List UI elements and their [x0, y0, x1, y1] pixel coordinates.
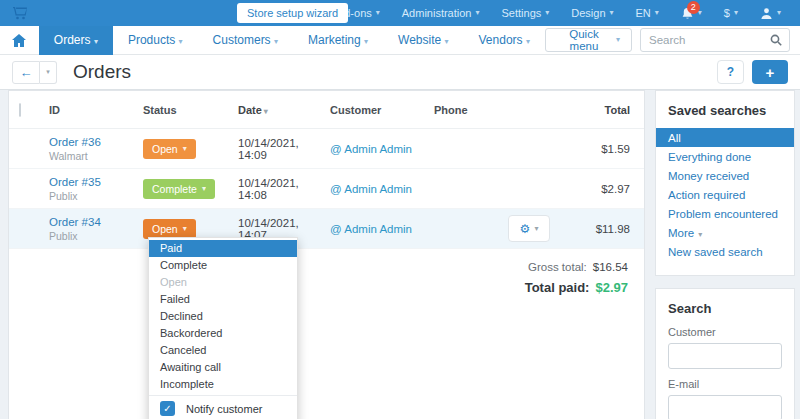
tab-products-label: Products — [128, 33, 175, 47]
topbar-menu: Add-ons▾ Administration▾ Settings▾ Desig… — [320, 0, 800, 26]
chevron-down-icon: ▾ — [364, 37, 368, 46]
menu-language-label: EN — [636, 7, 651, 19]
status-option-awaiting-call[interactable]: Awaiting call — [149, 359, 297, 376]
column-date[interactable]: Date▾ — [238, 104, 330, 116]
tab-vendors-label: Vendors — [479, 33, 523, 47]
notify-customer-checkbox[interactable]: ✓ — [160, 401, 175, 416]
tab-customers[interactable]: Customers ▾ — [198, 26, 293, 55]
menu-settings-label: Settings — [502, 7, 542, 19]
search-panel-title: Search — [668, 301, 782, 316]
menu-administration-label: Administration — [402, 7, 472, 19]
notify-customer-row: ✓ Notify customer — [149, 395, 297, 419]
search-panel: Search Customer E-mail Phone — [655, 288, 795, 419]
chevron-down-icon: ▾ — [526, 37, 530, 46]
chevron-down-icon: ▾ — [94, 37, 98, 46]
status-badge[interactable]: Open▾ — [143, 219, 196, 239]
chevron-down-icon: ▾ — [46, 68, 50, 75]
home-button[interactable] — [0, 26, 39, 55]
column-phone: Phone — [434, 104, 564, 116]
sort-caret-icon: ▾ — [264, 107, 268, 116]
row-actions-button[interactable]: ⚙▾ — [508, 215, 550, 242]
saved-searches-panel: Saved searches All Everything done Money… — [655, 90, 795, 276]
saved-search-more[interactable]: More▾ — [668, 223, 782, 242]
order-link[interactable]: Order #35 — [49, 176, 143, 188]
saved-search-money-received[interactable]: Money received — [668, 166, 782, 185]
chevron-down-icon: ▾ — [376, 9, 380, 17]
notifications-menu[interactable]: 2 ▾ — [670, 7, 713, 20]
order-total: $1.59 — [564, 143, 644, 155]
help-button[interactable]: ? — [717, 60, 744, 84]
order-link[interactable]: Order #34 — [49, 216, 143, 228]
saved-search-everything-done[interactable]: Everything done — [668, 147, 782, 166]
tab-marketing[interactable]: Marketing ▾ — [293, 26, 383, 55]
search-input[interactable] — [641, 34, 763, 46]
column-customer: Customer — [330, 104, 434, 116]
chevron-down-icon: ▾ — [534, 225, 538, 233]
chevron-down-icon: ▾ — [183, 225, 187, 233]
email-field-label: E-mail — [668, 378, 782, 390]
store-setup-wizard-button[interactable]: Store setup wizard — [237, 3, 348, 23]
customer-field[interactable] — [668, 343, 782, 369]
page-header-actions: ? + — [717, 60, 788, 84]
menu-settings[interactable]: Settings▾ — [491, 0, 561, 26]
menu-administration[interactable]: Administration▾ — [391, 0, 491, 26]
add-order-button[interactable]: + — [752, 60, 788, 84]
status-option-canceled[interactable]: Canceled — [149, 342, 297, 359]
status-badge[interactable]: Complete▾ — [143, 179, 215, 199]
status-option-paid[interactable]: Paid — [149, 240, 297, 257]
customer-link[interactable]: @ Admin Admin — [330, 183, 412, 195]
saved-search-all[interactable]: All — [656, 128, 794, 147]
status-option-complete[interactable]: Complete — [149, 257, 297, 274]
back-button[interactable]: ← — [12, 61, 40, 84]
tab-vendors[interactable]: Vendors ▾ — [464, 26, 545, 55]
tab-website[interactable]: Website ▾ — [383, 26, 464, 55]
customer-link[interactable]: @ Admin Admin — [330, 223, 412, 235]
plus-icon: + — [766, 64, 775, 81]
saved-search-problem-encountered[interactable]: Problem encountered — [668, 204, 782, 223]
topbar: Store setup wizard Add-ons▾ Administrati… — [0, 0, 800, 26]
email-field[interactable] — [668, 395, 782, 419]
table-row: Order #34 Publix Open▾ 10/14/2021, 14:07… — [9, 209, 644, 249]
status-option-declined[interactable]: Declined — [149, 308, 297, 325]
status-option-failed[interactable]: Failed — [149, 291, 297, 308]
status-badge[interactable]: Open▾ — [143, 139, 196, 159]
tab-customers-label: Customers — [213, 33, 271, 47]
status-option-incomplete[interactable]: Incomplete — [149, 376, 297, 393]
status-options: Paid Complete Open Failed Declined Backo… — [149, 238, 297, 395]
order-link[interactable]: Order #36 — [49, 136, 143, 148]
notify-customer-label: Notify customer — [186, 403, 262, 415]
menu-language[interactable]: EN▾ — [625, 0, 670, 26]
tab-orders[interactable]: Orders ▾ — [39, 26, 113, 55]
chevron-down-icon: ▾ — [655, 9, 659, 17]
menu-design[interactable]: Design▾ — [560, 0, 624, 26]
chevron-down-icon: ▾ — [274, 37, 278, 46]
sidebar: Saved searches All Everything done Money… — [655, 90, 795, 419]
customer-link[interactable]: @ Admin Admin — [330, 143, 412, 155]
notification-badge: 2 — [687, 1, 700, 14]
chevron-down-icon: ▾ — [698, 230, 702, 239]
cart-icon[interactable] — [12, 5, 28, 21]
vendor-name: Publix — [49, 230, 143, 242]
user-menu[interactable]: ▾ — [749, 0, 792, 26]
select-all-checkbox[interactable] — [19, 103, 21, 117]
home-icon — [12, 34, 26, 47]
new-saved-search[interactable]: New saved search — [668, 242, 782, 261]
tab-products[interactable]: Products ▾ — [113, 26, 198, 55]
status-dropdown: Paid Complete Open Failed Declined Backo… — [148, 237, 298, 419]
quick-menu-label: Quick menu — [557, 28, 611, 52]
saved-search-action-required[interactable]: Action required — [668, 185, 782, 204]
gross-total-value: $16.54 — [593, 261, 628, 273]
quick-menu-button[interactable]: Quick menu▾ — [545, 28, 632, 52]
currency-label: $ — [724, 7, 730, 19]
search-submit-button[interactable] — [763, 29, 789, 51]
back-dropdown-button[interactable]: ▾ — [40, 61, 57, 84]
chevron-down-icon: ▾ — [179, 37, 183, 46]
gross-total-label: Gross total: — [528, 261, 587, 273]
chevron-down-icon: ▾ — [616, 36, 620, 44]
table-row: Order #35 Publix Complete▾ 10/14/2021, 1… — [9, 169, 644, 209]
help-icon: ? — [727, 65, 734, 79]
status-option-backordered[interactable]: Backordered — [149, 325, 297, 342]
vendor-name: Publix — [49, 190, 143, 202]
search-icon — [770, 34, 782, 46]
currency-menu[interactable]: $▾ — [713, 0, 749, 26]
